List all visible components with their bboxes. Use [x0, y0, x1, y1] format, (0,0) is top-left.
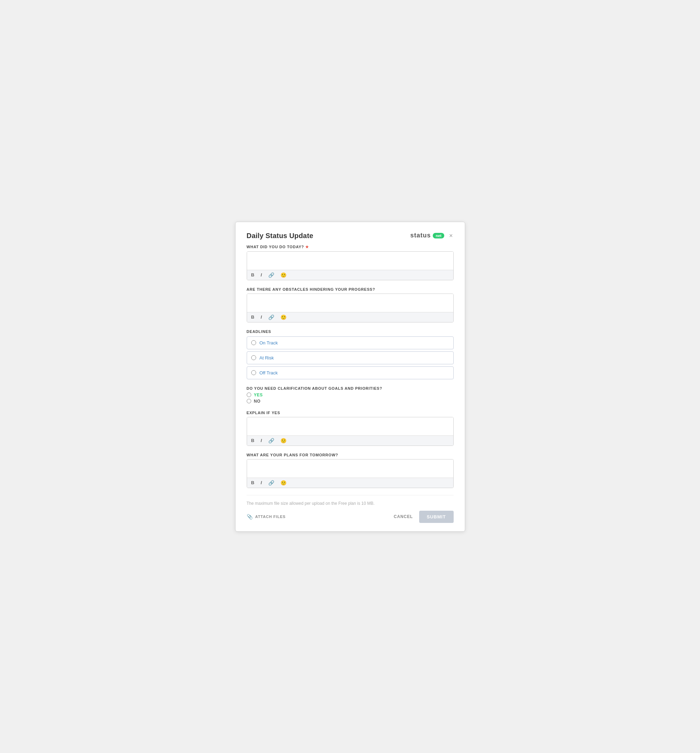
- explain-yes-editor: B I 🔗 🙂: [247, 417, 454, 446]
- explain-yes-input[interactable]: [247, 417, 453, 436]
- clarification-no-radio[interactable]: [247, 399, 251, 403]
- deadlines-label: DEADLINES: [247, 330, 454, 334]
- yes-label: YES: [254, 392, 263, 397]
- plans-tomorrow-editor: B I 🔗 🙂: [247, 459, 454, 488]
- no-option[interactable]: NO: [247, 399, 454, 404]
- yes-option[interactable]: YES: [247, 392, 454, 397]
- modal-title-text: Daily Status Update: [247, 232, 313, 240]
- obstacles-section: ARE THERE ANY OBSTACLES HINDERING YOUR P…: [247, 287, 454, 322]
- footer-actions: CANCEL SUBMIT: [392, 511, 453, 523]
- required-star: ★: [305, 245, 309, 249]
- deadline-radio-on-track[interactable]: [251, 340, 256, 345]
- yes-no-options: YES NO: [247, 392, 454, 404]
- explain-yes-toolbar: B I 🔗 🙂: [247, 436, 453, 445]
- plans-tomorrow-toolbar: B I 🔗 🙂: [247, 478, 453, 488]
- link-btn-4[interactable]: 🔗: [267, 480, 276, 486]
- deadline-radio-at-risk[interactable]: [251, 355, 256, 360]
- clarification-label: DO YOU NEED CLARIFICATION ABOUT GOALS AN…: [247, 386, 454, 391]
- deadline-option-at-risk[interactable]: At Risk: [247, 352, 454, 364]
- submit-button[interactable]: SUBMIT: [419, 511, 454, 523]
- no-label: NO: [254, 399, 260, 404]
- brand-area: status net ×: [410, 232, 453, 239]
- emoji-btn-1[interactable]: 🙂: [279, 272, 288, 278]
- deadline-radio-off-track[interactable]: [251, 370, 256, 375]
- deadline-option-off-track[interactable]: Off Track: [247, 366, 454, 379]
- close-button[interactable]: ×: [449, 232, 454, 239]
- bold-btn-2[interactable]: B: [250, 314, 256, 320]
- emoji-btn-2[interactable]: 🙂: [279, 314, 288, 320]
- italic-btn-3[interactable]: I: [259, 437, 263, 444]
- modal-header: Daily Status Update status net ×: [247, 232, 454, 240]
- what-today-input[interactable]: [247, 252, 453, 270]
- deadlines-section: DEADLINES On Track At Risk Off Track: [247, 330, 454, 379]
- emoji-btn-4[interactable]: 🙂: [279, 480, 288, 486]
- plans-tomorrow-section: WHAT ARE YOUR PLANS FOR TOMORROW? B I 🔗 …: [247, 453, 454, 488]
- explain-yes-section: EXPLAIN IF YES B I 🔗 🙂: [247, 411, 454, 446]
- plans-tomorrow-label: WHAT ARE YOUR PLANS FOR TOMORROW?: [247, 453, 454, 457]
- what-today-toolbar: B I 🔗 🙂: [247, 270, 453, 280]
- attach-files-button[interactable]: 📎 ATTACH FILES: [247, 512, 286, 521]
- italic-btn-1[interactable]: I: [259, 272, 263, 278]
- obstacles-toolbar: B I 🔗 🙂: [247, 312, 453, 322]
- deadline-option-on-track[interactable]: On Track: [247, 336, 454, 349]
- paperclip-icon: 📎: [247, 514, 253, 519]
- plans-tomorrow-input[interactable]: [247, 459, 453, 478]
- cancel-button[interactable]: CANCEL: [392, 511, 414, 522]
- link-btn-1[interactable]: 🔗: [267, 272, 276, 278]
- italic-btn-2[interactable]: I: [259, 314, 263, 320]
- link-btn-2[interactable]: 🔗: [267, 314, 276, 320]
- modal-footer: 📎 ATTACH FILES CANCEL SUBMIT: [247, 511, 454, 523]
- bold-btn-1[interactable]: B: [250, 272, 256, 278]
- explain-yes-label: EXPLAIN IF YES: [247, 411, 454, 415]
- italic-btn-4[interactable]: I: [259, 480, 263, 486]
- what-today-label: WHAT DID YOU DO TODAY?★: [247, 245, 454, 249]
- what-today-section: WHAT DID YOU DO TODAY?★ B I 🔗 🙂: [247, 245, 454, 280]
- clarification-yes-radio[interactable]: [247, 392, 251, 397]
- brand-text: status: [410, 232, 431, 239]
- emoji-btn-3[interactable]: 🙂: [279, 437, 288, 444]
- bold-btn-4[interactable]: B: [250, 480, 256, 486]
- obstacles-editor: B I 🔗 🙂: [247, 294, 454, 322]
- link-btn-3[interactable]: 🔗: [267, 437, 276, 444]
- modal-title: Daily Status Update: [247, 232, 313, 240]
- obstacles-input[interactable]: [247, 294, 453, 312]
- footer-divider: [247, 495, 454, 495]
- brand-badge: net: [433, 233, 444, 239]
- modal-container: Daily Status Update status net × WHAT DI…: [235, 222, 465, 532]
- bold-btn-3[interactable]: B: [250, 437, 256, 444]
- file-size-note: The maximum file size allowed per upload…: [247, 501, 454, 506]
- what-today-editor: B I 🔗 🙂: [247, 252, 454, 280]
- clarification-section: DO YOU NEED CLARIFICATION ABOUT GOALS AN…: [247, 386, 454, 404]
- obstacles-label: ARE THERE ANY OBSTACLES HINDERING YOUR P…: [247, 287, 454, 291]
- attach-files-label: ATTACH FILES: [255, 514, 285, 519]
